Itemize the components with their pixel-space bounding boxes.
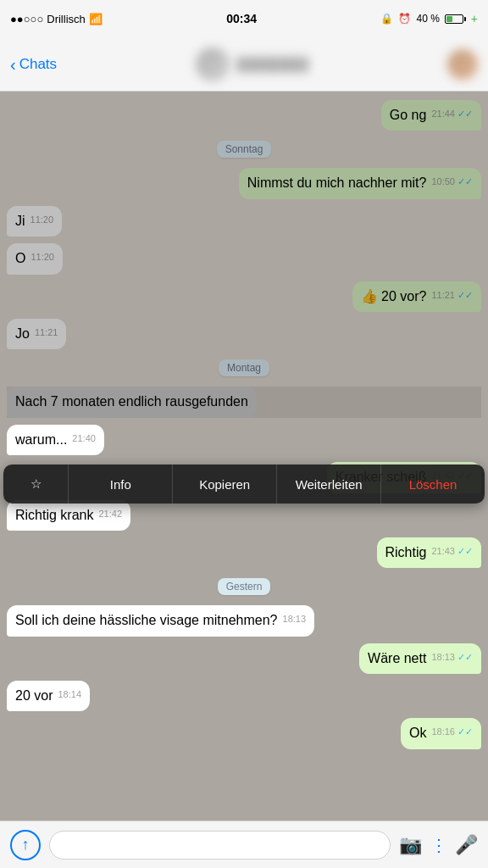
message-input[interactable] — [49, 831, 391, 860]
charge-icon: + — [471, 12, 478, 25]
camera-icon: 📷 — [399, 834, 422, 855]
lock-icon: 🔒 — [380, 13, 393, 25]
table-row: Richtig 21:43 ✓✓ — [7, 537, 481, 568]
chat-area: Go ng 21:44 ✓✓ Sonntag Nimmst du mich na… — [0, 92, 488, 821]
table-row: 20 vor 18:14 — [7, 681, 481, 711]
status-left: ●●○○○ Drillisch 📶 — [10, 13, 103, 25]
back-label: Chats — [19, 56, 57, 73]
wifi-icon: 📶 — [89, 13, 103, 25]
contact-name: ████████ — [236, 57, 308, 71]
carrier-label: Drillisch — [47, 13, 86, 25]
signal-dots: ●●○○○ — [10, 13, 43, 25]
day-divider-gestern: Gestern — [7, 578, 481, 595]
bottom-bar: ↑ 📷 ⋮ 🎤 — [0, 821, 488, 868]
upload-icon: ↑ — [22, 836, 30, 854]
alarm-icon: ⏰ — [398, 13, 411, 25]
status-bar: ●●○○○ Drillisch 📶 00:34 🔒 ⏰ 40 % + — [0, 0, 488, 37]
nav-right — [447, 49, 478, 80]
context-menu-delete[interactable]: Löschen — [381, 465, 485, 504]
battery-label: 40 % — [416, 13, 439, 25]
back-chevron-icon: ‹ — [10, 56, 16, 73]
mic-icon: 🎤 — [455, 834, 478, 855]
nav-avatar-right — [447, 49, 478, 80]
context-menu: ☆ Info Kopieren Weiterleiten Löschen — [3, 465, 485, 504]
back-button[interactable]: ‹ Chats — [10, 56, 57, 73]
message-bubble[interactable]: Richtig krank 21:42 — [7, 500, 130, 531]
table-row: Richtig krank 21:42 — [7, 500, 481, 531]
message-bubble[interactable]: Wäre nett 18:13 ✓✓ — [359, 643, 481, 674]
table-row: Ok 18:16 ✓✓ — [7, 718, 481, 748]
camera-button[interactable]: 📷 — [399, 834, 422, 856]
table-row: Wäre nett 18:13 ✓✓ — [7, 643, 481, 674]
upload-button[interactable]: ↑ — [10, 830, 41, 860]
message-bubble[interactable]: Richtig 21:43 ✓✓ — [377, 537, 482, 568]
message-bubble[interactable]: Soll ich deine hässliche visage mitnehme… — [7, 605, 314, 636]
context-menu-info[interactable]: Info — [69, 465, 173, 504]
status-right: 🔒 ⏰ 40 % + — [380, 12, 478, 25]
context-menu-copy[interactable]: Kopieren — [173, 465, 277, 504]
context-menu-forward[interactable]: Weiterleiten — [277, 465, 381, 504]
context-menu-star[interactable]: ☆ — [3, 465, 69, 504]
microphone-button[interactable]: 🎤 — [455, 834, 478, 856]
nav-center: ████████ — [64, 47, 441, 81]
message-bubble[interactable]: Ok 18:16 ✓✓ — [401, 718, 481, 748]
more-icon: ⋮ — [430, 836, 446, 854]
table-row: Soll ich deine hässliche visage mitnehme… — [7, 605, 481, 636]
table-row: warum... 21:40 — [7, 425, 481, 455]
more-button[interactable]: ⋮ — [430, 835, 446, 855]
message-bubble[interactable]: warum... 21:40 — [7, 425, 104, 455]
contact-avatar — [196, 47, 230, 81]
status-time: 00:34 — [226, 12, 257, 25]
nav-bar: ‹ Chats ████████ — [0, 37, 488, 92]
message-bubble[interactable]: 20 vor 18:14 — [7, 681, 90, 711]
battery-icon — [445, 14, 466, 24]
